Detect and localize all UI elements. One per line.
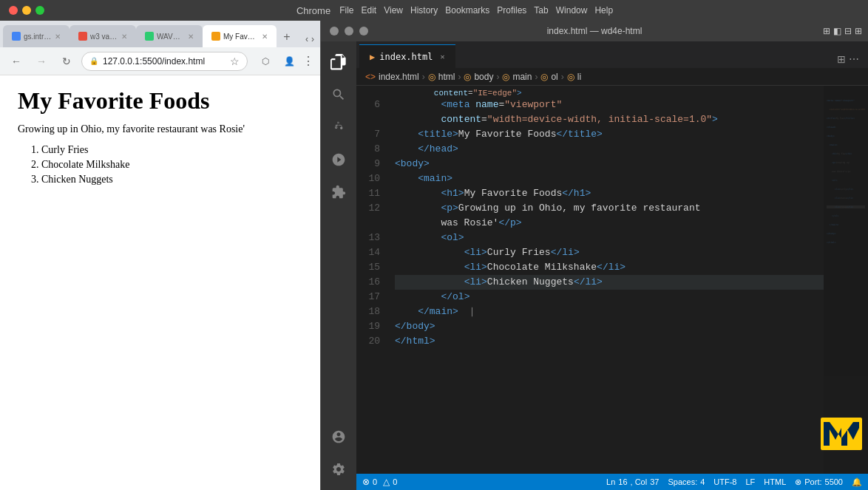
activity-run-icon[interactable] bbox=[324, 145, 353, 174]
chrome-tabs-bar: gs.intro... ✕ w3 valic... ✕ WAVE W... ✕ bbox=[0, 21, 320, 47]
panel-toggle-icon[interactable]: ⊟ bbox=[844, 26, 852, 36]
vscode-active-tab[interactable]: ▶ index.html ✕ bbox=[359, 44, 455, 68]
code-line-11: <h1>My Favorite Foods</h1> bbox=[395, 186, 824, 201]
breadcrumb-html[interactable]: html bbox=[438, 72, 455, 82]
status-line-ending[interactable]: LF bbox=[745, 477, 755, 486]
extensions-icon[interactable]: ⬡ bbox=[255, 51, 276, 72]
code-line-14: <li>Curly Fries</li> bbox=[395, 245, 824, 260]
status-lang-value: HTML bbox=[764, 477, 786, 486]
activity-files-icon[interactable] bbox=[324, 47, 353, 77]
file-icon: ▶ bbox=[370, 52, 375, 62]
tab1-label: gs.intro... bbox=[24, 33, 52, 41]
status-errors[interactable]: ⊗ 0 △ 0 bbox=[362, 477, 397, 487]
breadcrumb-file[interactable]: index.html bbox=[379, 72, 419, 82]
page-heading: My Favorite Foods bbox=[18, 87, 302, 115]
activity-search-icon[interactable] bbox=[324, 80, 353, 109]
breadcrumb-main[interactable]: main bbox=[512, 72, 532, 82]
chrome-menu-button[interactable]: ⋮ bbox=[302, 54, 314, 68]
activity-bar bbox=[321, 41, 356, 490]
status-col-value: 37 bbox=[650, 477, 659, 486]
more-actions-icon[interactable]: ⋯ bbox=[849, 53, 859, 65]
chrome-menu-file[interactable]: File bbox=[339, 5, 353, 16]
status-language[interactable]: HTML bbox=[764, 477, 786, 486]
chrome-tab-3[interactable]: WAVE W... ✕ bbox=[136, 25, 203, 47]
status-port[interactable]: ⊗ Port: 5500 bbox=[795, 477, 843, 487]
tab-scroll-left[interactable]: ‹ bbox=[305, 34, 308, 44]
status-spaces[interactable]: Spaces: 4 bbox=[668, 477, 705, 486]
minimize-button[interactable] bbox=[22, 6, 31, 15]
ln-cont bbox=[356, 216, 380, 231]
chrome-tab-2[interactable]: w3 valic... ✕ bbox=[69, 25, 136, 47]
tab1-close[interactable]: ✕ bbox=[55, 33, 61, 41]
tab4-close[interactable]: ✕ bbox=[262, 33, 268, 41]
ln-13: 12 bbox=[356, 201, 380, 216]
bookmark-star[interactable]: ☆ bbox=[230, 55, 240, 67]
ln-14: 13 bbox=[356, 231, 380, 245]
chrome-menu-edit[interactable]: Edit bbox=[361, 5, 376, 16]
split-editor-icon[interactable]: ⊞ bbox=[823, 26, 830, 36]
chrome-menu-profiles[interactable]: Profiles bbox=[497, 5, 526, 16]
breadcrumb-ol[interactable]: ol bbox=[551, 72, 557, 82]
status-spaces-label: Spaces: bbox=[668, 477, 697, 486]
vscode-title-actions: ⊞ ◧ ⊟ ⊞ bbox=[823, 26, 868, 36]
vscode-btn-1[interactable] bbox=[330, 27, 339, 35]
window-controls bbox=[9, 6, 44, 15]
reload-button[interactable]: ↻ bbox=[56, 51, 77, 72]
tab3-close[interactable]: ✕ bbox=[188, 33, 194, 41]
back-button[interactable]: ← bbox=[6, 51, 27, 72]
bell-icon: 🔔 bbox=[852, 477, 862, 487]
tab-scroll-right[interactable]: › bbox=[311, 34, 314, 44]
address-bar[interactable]: 🔒 127.0.0.1:5500/index.html ☆ bbox=[81, 52, 248, 71]
tab-close-btn[interactable]: ✕ bbox=[440, 52, 444, 61]
code-area[interactable]: 6 7 8 9 10 11 12 13 14 bbox=[356, 86, 868, 474]
close-button[interactable] bbox=[9, 6, 18, 15]
chrome-menu-view[interactable]: View bbox=[384, 5, 403, 16]
vscode-btn-3[interactable] bbox=[359, 27, 368, 35]
profile-icon[interactable]: 👤 bbox=[279, 51, 299, 72]
tab1-favicon bbox=[12, 32, 21, 41]
chrome-menu-window[interactable]: Window bbox=[556, 5, 588, 16]
chrome-tab-4[interactable]: My Favor... ✕ bbox=[203, 25, 277, 47]
warning-icon: △ bbox=[383, 477, 390, 487]
forward-button[interactable]: → bbox=[31, 51, 52, 72]
layout-icon[interactable]: ⊞ bbox=[855, 26, 862, 36]
breadcrumb-li-icon: ◎ bbox=[567, 72, 574, 82]
ln-6: 6 bbox=[356, 98, 380, 112]
um-logo bbox=[821, 418, 862, 453]
status-position[interactable]: Ln 16 , Col 37 bbox=[606, 477, 659, 486]
code-line-13: <ol> bbox=[395, 231, 824, 245]
new-tab-button[interactable]: + bbox=[277, 27, 297, 47]
code-line-7: <title>My Favorite Foods</title> bbox=[395, 127, 824, 142]
split-tab-icon[interactable]: ⊞ bbox=[837, 53, 846, 65]
tab4-label: My Favor... bbox=[223, 33, 259, 41]
chrome-menu-help[interactable]: Help bbox=[594, 5, 613, 16]
chrome-tab-1[interactable]: gs.intro... ✕ bbox=[3, 25, 69, 47]
browser-content: My Favorite Foods Growing up in Ohio, my… bbox=[0, 75, 320, 490]
ln-9: 8 bbox=[356, 142, 380, 157]
status-ln-label: Ln bbox=[606, 477, 615, 486]
chrome-menu-bookmarks[interactable]: Bookmarks bbox=[445, 5, 489, 16]
status-ln-value: 16 bbox=[618, 477, 627, 486]
activity-extensions-icon[interactable] bbox=[324, 177, 353, 207]
error-icon: ⊗ bbox=[362, 477, 370, 487]
status-encoding-value: UTF-8 bbox=[713, 477, 736, 486]
activity-git-icon[interactable] bbox=[324, 112, 353, 142]
status-notifications[interactable]: 🔔 bbox=[852, 477, 862, 487]
code-content[interactable]: content="IE=edge"> <meta name="viewport"… bbox=[389, 86, 824, 474]
breadcrumb-body[interactable]: body bbox=[474, 72, 493, 82]
tab2-close[interactable]: ✕ bbox=[121, 33, 127, 41]
maximize-button[interactable] bbox=[35, 6, 44, 15]
vscode-editor: index.html — wd4e-html ⊞ ◧ ⊟ ⊞ bbox=[321, 21, 868, 490]
sidebar-toggle-icon[interactable]: ◧ bbox=[833, 26, 841, 36]
line-numbers: 6 7 8 9 10 11 12 13 14 bbox=[356, 86, 389, 474]
status-encoding[interactable]: UTF-8 bbox=[713, 477, 736, 486]
activity-account-icon[interactable] bbox=[324, 422, 353, 452]
vscode-tabs-row: ▶ index.html ✕ ⊞ ⋯ bbox=[356, 41, 868, 68]
activity-settings-icon[interactable] bbox=[324, 455, 353, 484]
vscode-btn-2[interactable] bbox=[345, 27, 353, 35]
chrome-menu-history[interactable]: History bbox=[410, 5, 438, 16]
chrome-app-name: Chrome bbox=[296, 5, 330, 16]
breadcrumb-li[interactable]: li bbox=[577, 72, 581, 82]
chrome-menu-tab[interactable]: Tab bbox=[534, 5, 548, 16]
code-line-9: <body> bbox=[395, 157, 824, 171]
